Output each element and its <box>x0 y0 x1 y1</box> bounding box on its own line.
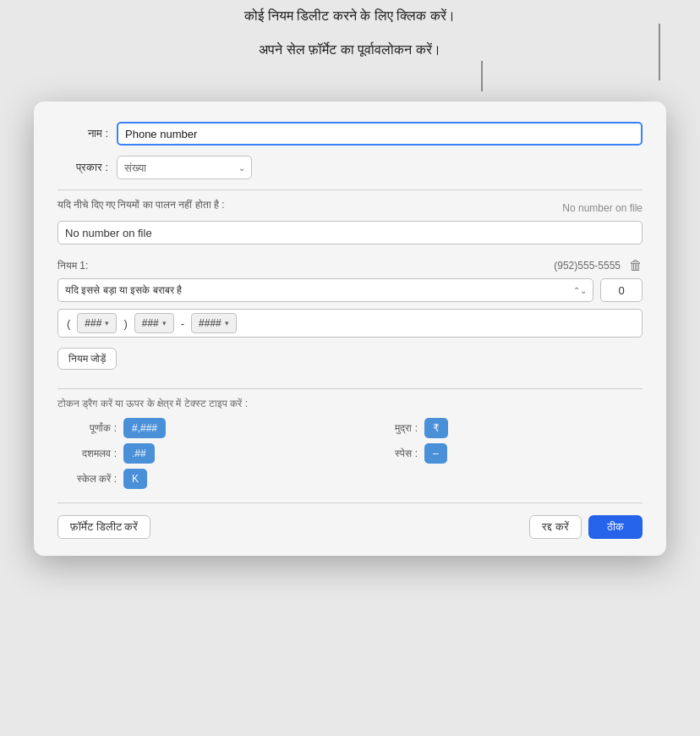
format-token-2[interactable]: ### ▾ <box>134 313 174 333</box>
scale-token-label: स्केल करें : <box>57 473 117 485</box>
bottom-buttons: फ़ॉर्मेट डिलीट करें रद्द करें ठीक <box>57 515 643 539</box>
condition-row: यदि नीचे दिए गए नियमों का पालन नहीं होता… <box>57 199 643 217</box>
integer-token-row: पूर्णांक : #,### <box>57 418 342 438</box>
name-row: नाम : <box>57 122 643 146</box>
format-token-1[interactable]: ### ▾ <box>77 313 117 333</box>
type-row: प्रकार : संख्या ⌄ <box>57 156 643 179</box>
ok-button[interactable]: ठीक <box>588 515 643 539</box>
divider-2 <box>57 388 643 389</box>
currency-token-label: मुद्रा : <box>358 422 418 434</box>
format-token-3-arrow-icon: ▾ <box>225 319 229 327</box>
right-buttons: रद्द करें ठीक <box>529 515 643 539</box>
rule-title: नियम 1: <box>57 260 88 272</box>
format-token-1-label: ### <box>85 317 101 329</box>
tokens-grid: पूर्णांक : #,### मुद्रा : ₹ दशमलव : .## … <box>57 418 643 489</box>
condition-select[interactable]: यदि इससे बड़ा या इसके बराबर है <box>57 278 593 302</box>
divider-1 <box>57 189 643 190</box>
decimal-token-row: दशमलव : .## <box>57 443 342 464</box>
format-token-1-arrow-icon: ▾ <box>105 319 109 327</box>
scale-token-row: स्केल करें : K <box>57 469 342 489</box>
annotation-line1: कोई नियम डिलीट करने के लिए क्लिक करें। <box>0 8 700 24</box>
rule-header: नियम 1: (952)555-5555 🗑 <box>57 258 643 273</box>
annotation-area: कोई नियम डिलीट करने के लिए क्लिक करें। अ… <box>0 0 700 110</box>
condition-select-wrapper: यदि इससे बड़ा या इसके बराबर है ⌃⌄ <box>57 278 593 302</box>
space-token-label: स्पेस : <box>358 448 418 459</box>
integer-token-label: पूर्णांक : <box>57 422 117 434</box>
space-token-row: स्पेस : – <box>358 443 643 464</box>
format-token-2-arrow-icon: ▾ <box>162 319 167 327</box>
default-value-input[interactable] <box>57 221 643 244</box>
integer-token-chip[interactable]: #,### <box>123 418 166 438</box>
dialog: नाम : प्रकार : संख्या ⌄ यदि नीचे दिए गए … <box>34 102 666 556</box>
delete-format-button[interactable]: फ़ॉर्मेट डिलीट करें <box>57 515 150 539</box>
type-select-wrapper: संख्या ⌄ <box>117 156 252 179</box>
delete-rule-icon[interactable]: 🗑 <box>629 258 643 273</box>
currency-token-chip[interactable]: ₹ <box>424 418 448 438</box>
scale-token-chip[interactable]: K <box>123 469 147 489</box>
decimal-token-chip[interactable]: .## <box>123 443 155 464</box>
format-dash: - <box>179 317 186 330</box>
name-label: नाम : <box>57 127 108 140</box>
format-row: ( ### ▾ ) ### ▾ - #### ▾ <box>57 309 643 338</box>
currency-token-row: मुद्रा : ₹ <box>358 418 643 438</box>
type-label: प्रकार : <box>57 161 108 174</box>
rule-condition-row: यदि इससे बड़ा या इसके बराबर है ⌃⌄ <box>57 278 643 302</box>
bottom-divider <box>57 503 643 503</box>
default-preview-text: No number on file <box>562 202 643 214</box>
format-paren-open: ( <box>65 317 72 330</box>
condition-label: यदि नीचे दिए गए नियमों का पालन नहीं होता… <box>57 199 225 211</box>
add-rule-button[interactable]: नियम जोड़ें <box>57 348 117 370</box>
type-select[interactable]: संख्या <box>117 156 252 179</box>
format-paren-close: ) <box>122 317 129 330</box>
rule-section: नियम 1: (952)555-5555 🗑 यदि इससे बड़ा या… <box>57 258 643 338</box>
space-token-chip[interactable]: – <box>424 443 447 464</box>
annotation-line2: अपने सेल फ़ॉर्मेट का पूर्वावलोकन करें। <box>0 42 700 58</box>
decimal-token-label: दशमलव : <box>57 448 117 459</box>
rule-preview: (952)555-5555 🗑 <box>554 258 643 273</box>
tokens-hint: टोकन ड्रैग करें या ऊपर के क्षेत्र में टे… <box>57 398 643 409</box>
format-token-3-label: #### <box>199 317 221 329</box>
format-token-3[interactable]: #### ▾ <box>191 313 237 333</box>
condition-value-input[interactable] <box>600 278 643 302</box>
rule-preview-value: (952)555-5555 <box>554 260 621 272</box>
cancel-button[interactable]: रद्द करें <box>529 515 582 539</box>
format-token-2-label: ### <box>142 317 159 329</box>
name-input[interactable] <box>117 122 643 146</box>
